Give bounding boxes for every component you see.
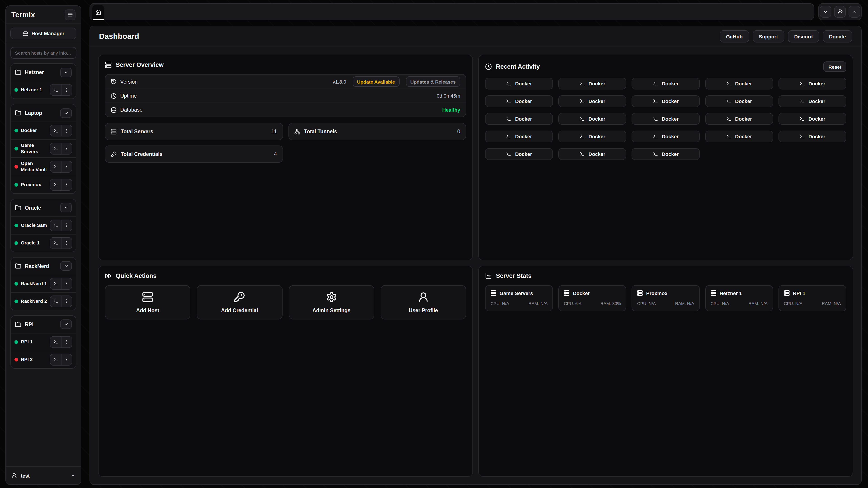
user-menu-button[interactable]: test	[6, 466, 81, 484]
total-servers-card: Total Servers 11	[105, 123, 283, 140]
host-row[interactable]: Proxmox	[11, 175, 76, 193]
host-menu-button[interactable]	[61, 296, 72, 306]
host-row[interactable]: Hetzner 1	[11, 81, 76, 98]
group-collapse-button[interactable]	[60, 108, 72, 118]
open-terminal-button[interactable]	[50, 354, 61, 365]
host-menu-button[interactable]	[61, 336, 72, 347]
search-input[interactable]	[10, 47, 76, 59]
host-manager-section: Host Manager	[6, 24, 81, 43]
activity-item-button[interactable]: Docker	[632, 78, 700, 90]
open-terminal-button[interactable]	[50, 220, 61, 231]
ram-value: RAM: N/A	[822, 301, 841, 306]
activity-item-button[interactable]: Docker	[558, 78, 626, 90]
activity-item-button[interactable]: Docker	[632, 131, 700, 142]
activity-item-button[interactable]: Docker	[485, 113, 553, 125]
group-collapse-button[interactable]	[60, 68, 72, 77]
open-terminal-button[interactable]	[50, 237, 61, 248]
activity-item-button[interactable]: Docker	[705, 78, 773, 90]
activity-item-button[interactable]: Docker	[632, 113, 700, 125]
host-menu-button[interactable]	[61, 179, 72, 190]
host-group-header: RPI	[11, 316, 76, 333]
activity-item-button[interactable]: Docker	[485, 95, 553, 107]
add-host-button[interactable]: Add Host	[105, 285, 191, 320]
host-menu-button[interactable]	[61, 125, 72, 136]
updates-releases-button[interactable]: Updates & Releases	[406, 76, 460, 87]
terminal-icon	[726, 98, 732, 104]
activity-item-button[interactable]: Docker	[705, 95, 773, 107]
open-terminal-button[interactable]	[50, 336, 61, 347]
activity-item-button[interactable]: Docker	[485, 131, 553, 142]
host-menu-button[interactable]	[61, 161, 72, 172]
activity-item-button[interactable]: Docker	[485, 78, 553, 90]
activity-item-button[interactable]: Docker	[705, 113, 773, 125]
open-terminal-button[interactable]	[50, 161, 61, 172]
activity-item-button[interactable]: Docker	[778, 113, 846, 125]
host-menu-button[interactable]	[61, 220, 72, 231]
host-row[interactable]: Oracle Sam	[11, 216, 76, 234]
terminal-icon	[653, 116, 658, 122]
reset-button[interactable]: Reset	[824, 61, 846, 72]
host-row[interactable]: Game Servers	[11, 139, 76, 158]
terminal-icon	[799, 98, 805, 104]
activity-item-button[interactable]: Docker	[705, 131, 773, 142]
activity-item-button[interactable]: Docker	[558, 131, 626, 142]
stat-card-header: Proxmox	[637, 290, 694, 296]
host-row[interactable]: Oracle 1	[11, 234, 76, 252]
host-row[interactable]: RackNerd 1	[11, 274, 76, 292]
header-link-button[interactable]: Discord	[788, 30, 819, 42]
open-terminal-button[interactable]	[50, 179, 61, 190]
group-collapse-button[interactable]	[60, 203, 72, 213]
host-manager-button[interactable]: Host Manager	[10, 28, 76, 39]
terminal-icon	[726, 134, 732, 139]
host-menu-button[interactable]	[61, 278, 72, 289]
activity-item-button[interactable]: Docker	[485, 148, 553, 160]
sidebar-menu-button[interactable]	[65, 9, 75, 20]
host-menu-button[interactable]	[61, 85, 72, 95]
activity-item-button[interactable]: Docker	[778, 95, 846, 107]
kebab-menu-icon	[64, 88, 69, 92]
expand-tabs-button[interactable]	[848, 6, 860, 18]
group-collapse-button[interactable]	[60, 261, 72, 271]
host-row[interactable]: Docker	[11, 122, 76, 139]
activity-item-button[interactable]: Docker	[778, 78, 846, 90]
host-menu-button[interactable]	[61, 354, 72, 365]
activity-item-button[interactable]: Docker	[558, 113, 626, 125]
header-link-button[interactable]: Donate	[823, 30, 852, 42]
terminal-icon	[53, 299, 58, 304]
open-terminal-button[interactable]	[50, 125, 61, 136]
admin-settings-button[interactable]: Admin Settings	[289, 285, 374, 320]
update-available-button[interactable]: Update Available	[352, 76, 400, 87]
host-row[interactable]: RackNerd 2	[11, 292, 76, 310]
stat-values: CPU: N/A RAM: N/A	[710, 301, 767, 306]
add-credential-button[interactable]: Add Credential	[197, 285, 283, 320]
activity-item-button[interactable]: Docker	[632, 148, 700, 160]
tools-button[interactable]	[834, 6, 846, 18]
collapse-tabs-button[interactable]	[819, 6, 831, 18]
open-terminal-button[interactable]	[50, 143, 61, 154]
open-terminal-button[interactable]	[50, 85, 61, 95]
folder-icon	[15, 263, 21, 269]
database-status: Healthy	[442, 107, 460, 112]
host-row[interactable]: Open Media Vault	[11, 158, 76, 176]
open-terminal-button[interactable]	[50, 296, 61, 306]
uptime-label: Uptime	[120, 93, 137, 98]
activity-item-label: Docker	[808, 98, 825, 104]
host-menu-button[interactable]	[61, 143, 72, 154]
host-row[interactable]: RPI 1	[11, 333, 76, 350]
host-menu-button[interactable]	[61, 237, 72, 248]
header-link-button[interactable]: GitHub	[720, 30, 749, 42]
terminal-icon	[53, 164, 58, 169]
activity-item-button[interactable]: Docker	[558, 148, 626, 160]
activity-item-button[interactable]: Docker	[778, 131, 846, 142]
open-terminal-button[interactable]	[50, 278, 61, 289]
host-row[interactable]: RPI 2	[11, 350, 76, 368]
kebab-menu-icon	[64, 240, 69, 246]
group-collapse-button[interactable]	[60, 320, 72, 329]
host-actions	[50, 295, 72, 307]
header-link-button[interactable]: Support	[752, 30, 784, 42]
home-tab[interactable]	[92, 5, 104, 20]
host-group: Hetzner Hetzner 1	[10, 63, 76, 99]
user-profile-button[interactable]: User Profile	[381, 285, 466, 320]
activity-item-button[interactable]: Docker	[632, 95, 700, 107]
activity-item-button[interactable]: Docker	[558, 95, 626, 107]
